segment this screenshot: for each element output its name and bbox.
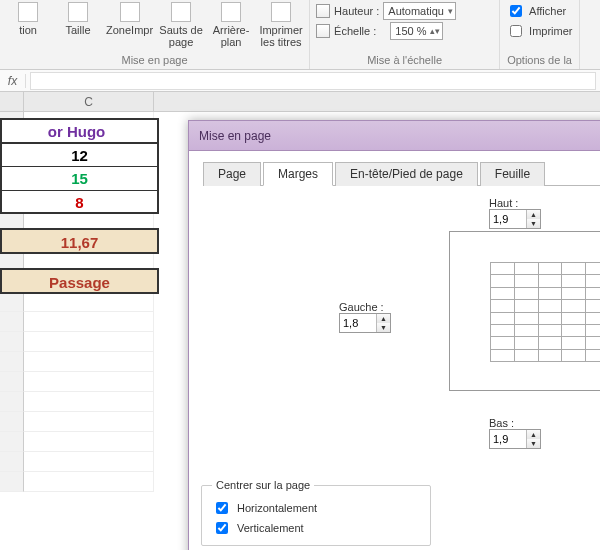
center-vertical-checkbox[interactable]: Verticalement <box>212 519 420 537</box>
print-area-button[interactable]: ZoneImpr <box>106 2 153 48</box>
spin-down-icon[interactable]: ▼ <box>527 439 540 448</box>
tab-margins[interactable]: Marges <box>263 162 333 186</box>
spin-up-icon[interactable]: ▲ <box>527 210 540 219</box>
tab-header-footer[interactable]: En-tête/Pied de page <box>335 162 478 186</box>
tab-page[interactable]: Page <box>203 162 261 186</box>
fx-icon[interactable]: fx <box>0 74 26 88</box>
column-header-c[interactable]: C <box>24 92 154 111</box>
margin-top-label: Haut : <box>489 197 541 209</box>
margin-bottom-label: Bas : <box>489 417 541 429</box>
background-button[interactable]: Arrière- plan <box>209 2 253 48</box>
ribbon: tion Taille ZoneImpr Sauts de page Arriè… <box>0 0 600 70</box>
spinner-icon: ▴▾ <box>430 26 440 36</box>
ribbon-group-sheet-options: Afficher Imprimer Options de la <box>500 0 580 69</box>
center-horizontal-checkbox[interactable]: Horizontalement <box>212 499 420 517</box>
spin-down-icon[interactable]: ▼ <box>527 219 540 228</box>
scale-icon <box>316 24 330 38</box>
ribbon-group-scale: Hauteur : Automatiqu▾ Échelle : 150 %▴▾ … <box>310 0 500 69</box>
breaks-button[interactable]: Sauts de page <box>159 2 203 48</box>
tab-sheet[interactable]: Feuille <box>480 162 545 186</box>
result-cell[interactable]: Passage <box>0 268 159 294</box>
print-gridlines-checkbox[interactable]: Imprimer <box>506 22 573 40</box>
margin-left-input[interactable]: ▲▼ <box>339 313 391 333</box>
dialog-tabs: Page Marges En-tête/Pied de page Feuille <box>203 161 600 186</box>
grade-cell[interactable]: 15 <box>0 166 159 190</box>
scale-combo[interactable]: 150 %▴▾ <box>390 22 443 40</box>
margin-left-label: Gauche : <box>339 301 391 313</box>
orientation-button[interactable]: tion <box>6 2 50 48</box>
show-gridlines-checkbox[interactable]: Afficher <box>506 2 573 20</box>
group-label-page: Mise en page <box>6 52 303 69</box>
student-name-cell[interactable]: or Hugo <box>0 118 159 142</box>
center-on-page-group: Centrer sur la page Horizontalement Vert… <box>201 479 431 546</box>
page-setup-dialog: Mise en page Page Marges En-tête/Pied de… <box>188 120 600 550</box>
ribbon-group-page-setup: tion Taille ZoneImpr Sauts de page Arriè… <box>0 0 310 69</box>
print-titles-button[interactable]: Imprimer les titres <box>259 2 303 48</box>
formula-bar: fx <box>0 70 600 92</box>
size-button[interactable]: Taille <box>56 2 100 48</box>
dialog-title: Mise en page <box>189 121 600 151</box>
spin-up-icon[interactable]: ▲ <box>377 314 390 323</box>
spin-down-icon[interactable]: ▼ <box>377 323 390 332</box>
group-label-options: Options de la <box>506 52 573 69</box>
group-label-scale: Mise à l'échelle <box>316 52 493 69</box>
height-label: Hauteur : <box>334 5 379 17</box>
margin-preview <box>449 231 600 391</box>
height-combo[interactable]: Automatiqu▾ <box>383 2 456 20</box>
grade-cell[interactable]: 8 <box>0 190 159 214</box>
data-table: or Hugo 12 15 8 11,67 Passage <box>0 118 159 294</box>
average-cell[interactable]: 11,67 <box>0 228 159 254</box>
scale-label: Échelle : <box>334 25 376 37</box>
center-legend: Centrer sur la page <box>212 479 314 491</box>
margin-top-input[interactable]: ▲▼ <box>489 209 541 229</box>
formula-input[interactable] <box>30 72 596 90</box>
chevron-down-icon: ▾ <box>448 6 453 16</box>
spin-up-icon[interactable]: ▲ <box>527 430 540 439</box>
height-icon <box>316 4 330 18</box>
margin-bottom-input[interactable]: ▲▼ <box>489 429 541 449</box>
grade-cell[interactable]: 12 <box>0 142 159 166</box>
